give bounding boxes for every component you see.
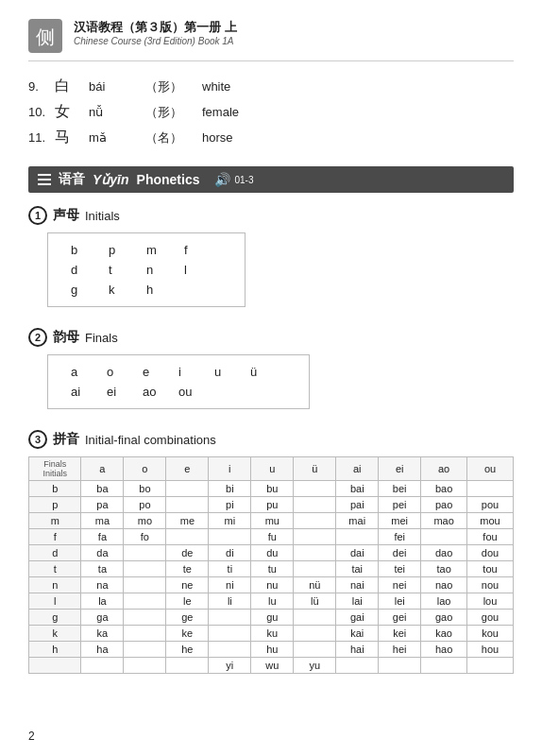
combination-cell: mi — [209, 513, 251, 529]
combination-cell: gai — [336, 610, 379, 626]
finals-box: aoeiuüaieiaoou — [47, 354, 310, 409]
combination-cell — [209, 626, 251, 642]
combination-cell: pei — [379, 497, 421, 513]
combination-cell: mai — [336, 513, 379, 529]
combination-cell: pu — [251, 497, 294, 513]
combinations-table: FinalsInitialsaoeiuüaieiaooubbabobibubai… — [28, 456, 514, 674]
combination-cell: kao — [421, 626, 467, 642]
combination-cell: di — [209, 545, 251, 561]
combination-cell: ne — [166, 577, 209, 593]
combination-cell: hao — [421, 642, 467, 658]
combination-cell — [294, 481, 336, 497]
initial-cell — [184, 283, 222, 297]
combination-cell: mo — [124, 513, 166, 529]
combination-cell: le — [166, 593, 209, 610]
combination-cell: lai — [336, 593, 379, 610]
combination-cell: nou — [467, 577, 514, 593]
table-row: ppapopipupaipeipaopou — [29, 497, 514, 513]
vocab-row: 9. 白 bái （形） white — [28, 77, 514, 96]
final-cell: ei — [107, 385, 143, 399]
table-row: kkakekukaikeikaokou — [29, 626, 514, 642]
combination-cell: ta — [81, 561, 124, 577]
vocab-num: 11. — [28, 130, 55, 145]
initial-cell: d — [29, 545, 81, 561]
initial-cell: d — [71, 263, 109, 277]
combination-cell: de — [166, 545, 209, 561]
initial-cell: h — [29, 642, 81, 658]
phonetics-title-zh: 语音 — [59, 171, 85, 188]
combination-cell: ka — [81, 626, 124, 642]
page-header: 侧 汉语教程（第３版）第一册 上 Chinese Course (3rd Edi… — [28, 19, 514, 61]
combination-cell — [294, 513, 336, 529]
finals-section: 2 韵母 Finals aoeiuüaieiaoou — [28, 328, 514, 413]
audio-track: 01-3 — [234, 175, 253, 185]
combination-cell: te — [166, 561, 209, 577]
svg-text:侧: 侧 — [36, 26, 55, 47]
initials-num-circle: 1 — [28, 206, 47, 225]
initial-cell: b — [71, 243, 109, 257]
combination-cell: nei — [379, 577, 421, 593]
combination-cell — [124, 545, 166, 561]
col-header: a — [81, 457, 124, 481]
combination-cell: fei — [379, 529, 421, 545]
combination-cell — [124, 577, 166, 593]
combination-cell: ke — [166, 626, 209, 642]
initial-cell: g — [71, 283, 109, 297]
audio-symbol: 🔊 — [214, 172, 230, 187]
combination-cell: ha — [81, 642, 124, 658]
col-header: o — [124, 457, 166, 481]
combination-cell: la — [81, 593, 124, 610]
combination-cell — [294, 545, 336, 561]
col-header: i — [209, 457, 251, 481]
table-row: bbabobibubaibeibao — [29, 481, 514, 497]
col-header: ü — [294, 457, 336, 481]
combination-cell — [294, 561, 336, 577]
combination-cell: na — [81, 577, 124, 593]
combination-cell: fou — [467, 529, 514, 545]
initials-title-en: Initials — [85, 209, 120, 223]
combination-cell — [209, 610, 251, 626]
final-cell: ao — [143, 385, 178, 399]
audio-icon[interactable]: 🔊 01-3 — [214, 172, 253, 187]
table-row: ffafofufeifou — [29, 529, 514, 545]
col-header: e — [166, 457, 209, 481]
initial-cell: n — [146, 263, 184, 277]
combinations-section: 3 拼音 Initial-final combinations FinalsIn… — [28, 430, 514, 674]
combination-cell: li — [209, 593, 251, 610]
initials-box: bpmfdtnlgkh — [47, 232, 246, 307]
combination-cell — [294, 626, 336, 642]
combination-cell: dou — [467, 545, 514, 561]
combination-cell: bo — [124, 481, 166, 497]
col-header: ei — [379, 457, 421, 481]
combination-cell: ge — [166, 610, 209, 626]
combination-cell — [166, 497, 209, 513]
table-row: ggagegugaigeigaogou — [29, 610, 514, 626]
combination-cell: fo — [124, 529, 166, 545]
initials-title-zh: 声母 — [53, 207, 79, 224]
col-header: ai — [336, 457, 379, 481]
combination-cell — [124, 642, 166, 658]
combinations-title-zh: 拼音 — [53, 431, 79, 448]
combination-cell — [209, 529, 251, 545]
phonetics-banner: 语音 Yǔyīn Phonetics 🔊 01-3 — [28, 166, 514, 193]
finals-num-circle: 2 — [28, 328, 47, 347]
initial-cell: n — [29, 577, 81, 593]
combination-cell: po — [124, 497, 166, 513]
vocabulary-section: 9. 白 bái （形） white 10. 女 nǚ （形） female 1… — [28, 77, 514, 147]
vocab-char: 女 — [55, 102, 89, 122]
combination-cell — [209, 642, 251, 658]
combination-cell: mu — [251, 513, 294, 529]
final-cell: e — [143, 365, 178, 379]
banner-lines-icon — [38, 174, 51, 185]
combination-cell: pa — [81, 497, 124, 513]
combination-cell — [124, 626, 166, 642]
combination-cell — [294, 610, 336, 626]
combinations-title-en: Initial-final combinations — [85, 433, 216, 447]
initial-cell: m — [29, 513, 81, 529]
combination-cell: dai — [336, 545, 379, 561]
final-cell: i — [178, 365, 214, 379]
combination-cell: fu — [251, 529, 294, 545]
combination-cell — [166, 529, 209, 545]
vocab-char: 白 — [55, 77, 89, 96]
vocab-pinyin: bái — [89, 79, 145, 94]
